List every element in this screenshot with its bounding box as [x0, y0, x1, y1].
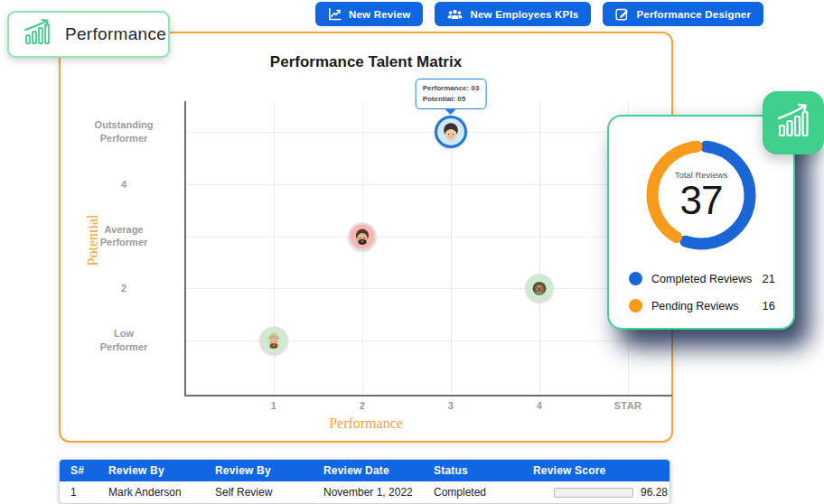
people-icon: [447, 8, 463, 21]
cell-status: Completed: [423, 481, 522, 503]
performance-designer-button[interactable]: Performance Designer: [603, 2, 763, 26]
new-employees-kpis-button[interactable]: New Employees KPIs: [435, 2, 591, 26]
x-tick-label: STAR: [592, 400, 664, 411]
score-progress-bar: [554, 488, 633, 498]
legend-completed-reviews: Completed Reviews 21: [629, 272, 775, 285]
pending-dot-icon: [629, 299, 642, 313]
point-tooltip: Performance: 03Potential: 05: [416, 79, 487, 109]
header-review-date: Review Date: [313, 460, 423, 481]
performance-tab-label: Performance: [65, 24, 166, 44]
growth-icon-card: [763, 91, 824, 154]
completed-dot-icon: [629, 272, 642, 285]
growth-chart-white-icon: [773, 103, 813, 143]
reviews-legend: Completed Reviews 21 Pending Reviews 16: [629, 272, 775, 313]
x-axis-title: Performance: [61, 415, 671, 432]
cell-review-type: Self Review: [204, 481, 313, 503]
cell-reviewer: Mark Anderson: [98, 481, 204, 503]
x-tick-label: 2: [326, 400, 398, 411]
talent-matrix-card: Performance Talent Matrix 1234STAROutsta…: [59, 32, 673, 443]
cell-review-score: 96.28: [522, 481, 670, 503]
y-axis-line: [184, 101, 186, 397]
x-tick-label: 1: [238, 400, 310, 411]
new-review-label: New Review: [349, 9, 410, 20]
employee-point-boy[interactable]: [435, 116, 467, 148]
employee-point-glasses-person[interactable]: [526, 275, 554, 303]
performance-tab-badge[interactable]: Performance: [7, 11, 170, 58]
reviews-donut-chart: Total Reviews 37: [644, 138, 758, 252]
y-tick-label: 2: [77, 282, 171, 295]
completed-value: 21: [763, 272, 775, 285]
growth-chart-icon: [22, 19, 54, 50]
toolbar: New Review New Employees KPIs Performa: [315, 2, 763, 26]
performance-designer-label: Performance Designer: [636, 9, 751, 20]
legend-pending-reviews: Pending Reviews 16: [629, 299, 775, 313]
new-review-button[interactable]: New Review: [315, 2, 423, 26]
y-tick-label: Low Performer: [77, 327, 171, 354]
pending-label: Pending Reviews: [651, 300, 739, 313]
cell-review-date: November 1, 2022: [313, 481, 423, 503]
table-header-row: S# Review By Review By Review Date Statu…: [60, 460, 670, 481]
talent-matrix-plot: 1234STAROutstanding Performer4Average Pe…: [61, 33, 671, 441]
y-tick-label: 4: [77, 177, 171, 191]
table-row[interactable]: 1 Mark Anderson Self Review November 1, …: [60, 481, 670, 503]
gridline: [185, 288, 670, 289]
header-status: Status: [423, 460, 522, 481]
x-tick-label: 4: [503, 400, 576, 411]
completed-label: Completed Reviews: [651, 273, 752, 285]
gridline: [185, 341, 670, 341]
employee-point-beard-man[interactable]: [349, 222, 377, 250]
x-tick-label: 3: [415, 400, 487, 411]
header-review-by-1: Review By: [98, 460, 204, 481]
total-reviews-value: 37: [680, 181, 723, 220]
y-axis-title: Potential: [85, 213, 101, 267]
score-value: 96.28: [641, 486, 668, 499]
gridline: [185, 184, 670, 185]
gridline: [185, 237, 670, 238]
header-sn: S#: [60, 460, 98, 481]
edit-icon: [615, 7, 629, 21]
cell-sn: 1: [60, 481, 98, 503]
header-review-by-2: Review By: [204, 460, 313, 481]
pending-value: 16: [763, 299, 775, 313]
employee-point-hat-man[interactable]: [260, 327, 288, 355]
chart-line-icon: [328, 7, 342, 21]
x-axis-line: [184, 395, 672, 397]
gridline: [185, 132, 670, 133]
performance-dashboard: New Review New Employees KPIs Performa: [0, 0, 824, 504]
new-employees-kpis-label: New Employees KPIs: [470, 9, 578, 20]
y-tick-label: Outstanding Performer: [77, 118, 171, 145]
header-review-score: Review Score: [522, 460, 670, 481]
gridline: [539, 101, 540, 395]
review-table: S# Review By Review By Review Date Statu…: [59, 459, 670, 504]
